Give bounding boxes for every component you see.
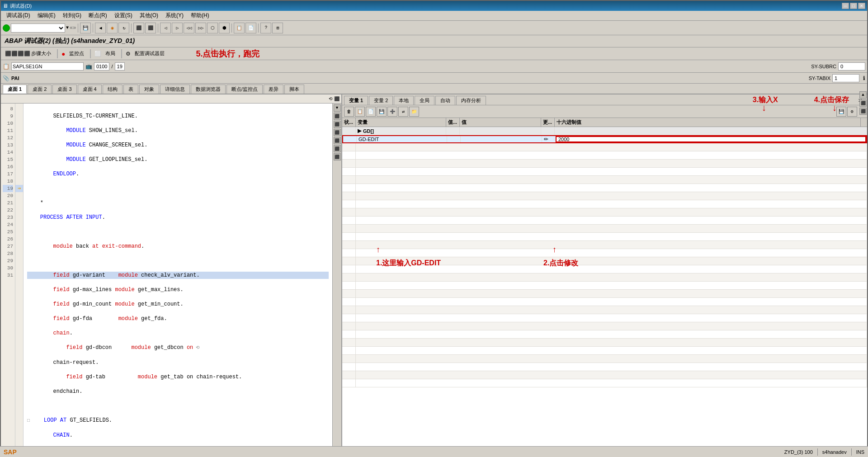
toolbar-combo[interactable] [11,24,65,33]
program-field[interactable] [11,62,84,71]
maximize-button[interactable]: □ [850,3,857,9]
side-btn-1[interactable]: ▼ [334,104,341,112]
btn6[interactable]: ▷▷ [195,23,206,33]
edit-pencil-icon[interactable]: ✏ [544,136,548,142]
gd-edit-val-status-cell [447,136,461,142]
side-btn-3[interactable]: ⬛ [334,121,341,128]
btn9[interactable]: 📋 [234,23,245,33]
annotation-save: 4.点击保存 [814,96,849,104]
var-paste-btn[interactable]: 📄 [366,107,376,117]
save-btn[interactable]: 💾 [80,23,91,33]
back-btn[interactable]: ◀ [95,23,106,33]
col-var-header: 变量 [356,118,446,127]
menu-edit[interactable]: 编辑(E) [34,11,59,20]
var-row-empty-20 [342,298,867,306]
tab-structure[interactable]: 结构 [103,85,123,94]
menu-settings[interactable]: 设置(S) [111,11,136,20]
arrow-down-run: ↓ [209,45,214,55]
tab-object[interactable]: 对象 [139,85,159,94]
btn10[interactable]: 📄 [245,23,256,33]
var-side-1[interactable]: ▲ [859,94,867,99]
var-tab-auto[interactable]: 自动 [435,96,455,105]
var-tab-2[interactable]: 变量 2 [369,96,393,105]
menu-bar: 调试器(D) 编辑(E) 转到(G) 断点(R) 设置(S) 其他(O) 系统(… [1,11,867,21]
tab-detail[interactable]: 详细信息 [160,85,190,94]
var-row-empty-13 [342,241,867,249]
var-row-gd-edit[interactable]: GD-EDIT ✏ 2000 [342,135,867,143]
var-config-btn[interactable]: ⚙ [847,107,857,117]
tab-desktop4[interactable]: 桌面 4 [78,85,102,94]
var-row-empty-22 [342,314,867,322]
sap-logo: SAP [4,448,17,456]
header-icon-1[interactable]: ⟲ [329,96,332,102]
side-btn-6[interactable]: ⬛ [334,145,341,152]
var-save2-btn[interactable]: 💾 [836,107,846,117]
menu-help[interactable]: 帮助(H) [187,11,213,20]
col-value-header: 值 [460,118,541,127]
gd-edit-more-cell[interactable]: ✏ [542,136,556,142]
var-tab-1[interactable]: 变量 1 [344,96,368,105]
var-tab-local[interactable]: 本地 [394,96,414,105]
minimize-button[interactable]: ─ [842,3,849,9]
menu-breakpoint[interactable]: 断点(R) [85,11,111,20]
col-status-header: 状... [342,118,356,127]
current-line-arrow: ⇒ [15,185,23,192]
annotation-run-area: 5.点击执行，跑完 ↓ [196,48,259,59]
side-btn-7[interactable]: ⬛ [334,153,341,160]
var-move-btn[interactable]: ⇄ [398,107,408,117]
btn2[interactable]: ⬛ [145,23,156,33]
tab-desktop3[interactable]: 桌面 3 [52,85,76,94]
btn3[interactable]: ◁ [160,23,171,33]
slash: / [111,64,113,69]
bottom-sep2 [851,448,852,456]
menu-other[interactable]: 其他(O) [136,11,162,20]
tab-diff[interactable]: 差异 [264,85,283,94]
refresh-btn[interactable]: ↻ [118,23,129,33]
tab-desktop2[interactable]: 桌面 2 [28,85,52,94]
var-add-btn[interactable]: ➕ [387,107,397,117]
bottom-mode: INS [856,449,864,455]
var-side-2[interactable]: ⬛ [859,99,867,107]
annotation-save-area: 4.点击保存 ↓ [814,95,849,105]
col-val-status-header: 值... [446,118,460,127]
title-bar: 🖥 调试器(D) ─ □ ✕ [1,1,867,11]
side-btn-5[interactable]: ⬛ [334,137,341,144]
var-other-btn[interactable]: 📁 [409,107,419,117]
side-btn-4[interactable]: ⬛ [334,129,341,136]
tab-script[interactable]: 脚本 [284,85,304,94]
gd-edit-hex-cell[interactable]: 2000 [556,136,866,142]
forward-btn[interactable]: ◉ [107,23,118,33]
tab-table[interactable]: 表 [123,85,138,94]
window-frame: 🖥 调试器(D) ─ □ ✕ 调试器(D) 编辑(E) 转到(G) 断点(R) … [0,0,868,457]
var-side-3[interactable]: ⬛ [859,108,867,115]
var-tab-global[interactable]: 全局 [415,96,434,105]
menu-debugger[interactable]: 调试器(D) [3,11,34,20]
help-btn[interactable]: ? [260,23,271,33]
watchpoint-btn[interactable]: 监控点 [67,49,86,58]
tab-desktop1[interactable]: 桌面 1 [3,85,27,94]
menu-system[interactable]: 系统(Y) [162,11,187,20]
var-copy-btn[interactable]: 📋 [355,107,365,117]
tab-breakpoint[interactable]: 断点/监控点 [226,85,263,94]
side-btn-2[interactable]: ⬛ [334,113,341,120]
tab-browser[interactable]: 数据浏览器 [191,85,226,94]
btn4[interactable]: ▷ [172,23,183,33]
close-button[interactable]: ✕ [858,3,865,9]
var-save-btn[interactable]: 💾 [377,107,387,117]
var-row-empty-11 [342,225,867,233]
btn8[interactable]: ⬢ [219,23,230,33]
btn5[interactable]: ◁◁ [184,23,194,33]
layout-btn[interactable]: 布局 [103,49,118,58]
header-icon-2[interactable]: ⬛ [334,96,340,102]
menu-goto[interactable]: 转到(G) [59,11,85,20]
btn7[interactable]: ⬡ [207,23,218,33]
var-row-empty-19 [342,290,867,298]
step-size-btn[interactable]: ⬛⬛⬛⬛ 步骤大小 [3,49,53,58]
ext-btn[interactable]: ⊞ [272,23,283,33]
expand-icon[interactable]: ▶ [358,128,361,134]
config-btn[interactable]: 配置调试器层 [132,49,167,58]
bottom-status-bar: SAP ZYD_(3) 100 s4hanadev INS [0,446,868,457]
btn1[interactable]: ⬛ [133,23,144,33]
var-delete-btn[interactable]: 🗑 [344,107,354,117]
var-tab-memory[interactable]: 内存分析 [456,96,486,105]
